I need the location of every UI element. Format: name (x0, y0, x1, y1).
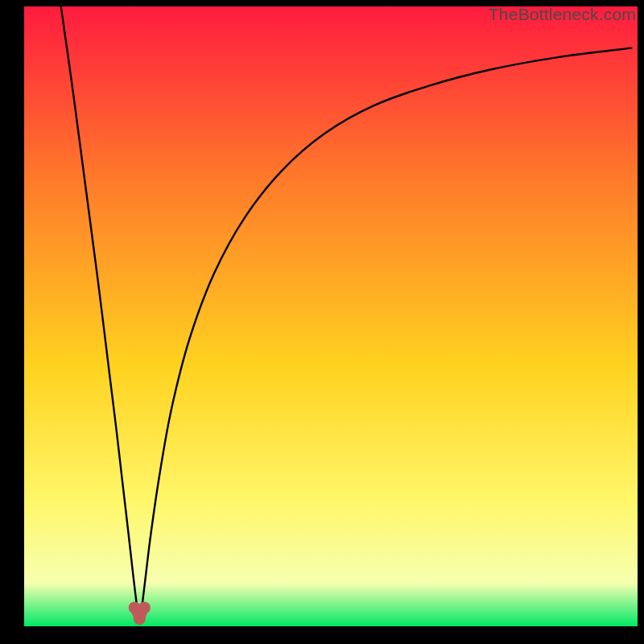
marker-opt-right (138, 601, 151, 613)
chart-svg (24, 6, 638, 626)
watermark-text: TheBottleneck.com (489, 5, 636, 24)
chart-frame: TheBottleneck.com (0, 0, 644, 644)
marker-opt-min (134, 613, 146, 625)
gradient-bg (24, 6, 638, 626)
plot-area (24, 6, 638, 626)
